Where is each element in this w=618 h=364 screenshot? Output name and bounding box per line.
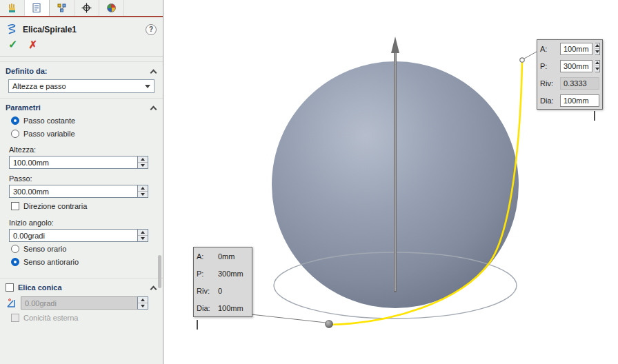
checkbox-elica-conica[interactable] [6, 283, 14, 292]
hand-icon [7, 3, 17, 13]
spin-down-icon[interactable] [141, 193, 145, 196]
manager-tab-bar [0, 0, 163, 17]
callout-spinner[interactable] [595, 43, 600, 55]
radio-icon[interactable] [11, 130, 19, 138]
callout-label: Dia: [540, 97, 557, 105]
passo-spinner[interactable] [137, 185, 148, 198]
inizio-angolo-input[interactable] [9, 229, 137, 242]
callout-height-field[interactable]: 100mm [560, 43, 592, 55]
property-sheet-icon [32, 3, 42, 13]
callout-right-collapse[interactable] [592, 112, 601, 119]
callout-value: 0.3333 [564, 79, 587, 88]
radio-icon[interactable] [11, 245, 19, 253]
taper-angle-row [6, 296, 163, 310]
radio-senso-antiorario[interactable]: Senso antiorario [0, 255, 163, 273]
callout-revolutions-value: 0.3333 [560, 77, 599, 90]
spin-down-icon [141, 305, 145, 307]
panel-scrollbar[interactable] [158, 255, 161, 288]
section-definito-da[interactable]: Definito da: [0, 61, 163, 77]
callout-right-leader [524, 52, 537, 59]
radio-passo-variabile[interactable]: Passo variabile [0, 127, 163, 140]
tab-display-manager[interactable] [99, 0, 124, 16]
spin-down-icon[interactable] [141, 164, 145, 167]
radio-label: Passo costante [23, 117, 75, 125]
spin-down-icon[interactable] [141, 237, 145, 240]
callout-row: P: 300mm [537, 57, 602, 74]
checkbox-icon[interactable] [11, 202, 19, 210]
radio-icon[interactable] [11, 258, 19, 266]
spin-up-icon[interactable] [141, 158, 145, 161]
helix-start-point[interactable] [326, 321, 333, 328]
callout-left-collapse[interactable] [195, 321, 203, 328]
solidworks-window: Elica/Spirale1 ? ✓ ✗ Definito da: Altezz… [0, 0, 618, 364]
radio-label: Senso orario [23, 245, 66, 253]
altezza-input[interactable] [9, 156, 137, 169]
callout-row: Riv: 0.3333 [537, 74, 602, 92]
passo-field-group [9, 185, 148, 198]
defined-by-combobox[interactable]: Altezza e passo [8, 79, 154, 93]
graphics-viewport[interactable]: A: 0mm P: 300mm Riv: 0 Dia: 100mm A: [163, 0, 618, 364]
section-parametri[interactable]: Parametri [0, 98, 163, 114]
callout-diameter-field[interactable]: 100mm [560, 94, 599, 107]
tab-feature-manager[interactable] [0, 0, 25, 16]
tab-configuration-manager[interactable] [50, 0, 74, 16]
chevron-up-icon[interactable] [150, 69, 157, 76]
callout-value: 100mm [564, 97, 589, 105]
radio-senso-orario[interactable]: Senso orario [0, 242, 163, 255]
inizio-angolo-spinner[interactable] [137, 229, 148, 242]
callout-value: 300mm [217, 270, 249, 278]
section-definito-label: Definito da: [6, 67, 48, 75]
inizio-angolo-field-group [9, 229, 148, 242]
callout-label: A: [540, 45, 557, 53]
callout-pitch-field[interactable]: 300mm [560, 60, 592, 72]
section-conica-label: Elica conica [18, 283, 62, 292]
callout-row: Dia: 100mm [537, 92, 602, 109]
spin-up-icon[interactable] [595, 61, 599, 64]
passo-label: Passo: [0, 169, 163, 185]
checkbox-direzione-contraria[interactable]: Direzione contraria [0, 198, 163, 213]
altezza-label: Altezza: [0, 140, 163, 156]
spin-down-icon[interactable] [595, 68, 599, 70]
spin-down-icon[interactable] [595, 50, 599, 53]
callout-end-values[interactable]: A: 100mm P: 300mm Ri [537, 39, 603, 110]
spin-up-icon[interactable] [141, 231, 145, 234]
radio-icon[interactable] [11, 117, 19, 125]
callout-value: 100mm [564, 45, 589, 53]
chevron-up-icon [594, 111, 595, 121]
callout-start-values[interactable]: A: 0mm P: 300mm Riv: 0 Dia: 100mm [193, 247, 252, 317]
tab-dimxpert[interactable] [74, 0, 99, 16]
crosshair-icon [81, 3, 92, 13]
tab-property-manager[interactable] [25, 0, 50, 16]
confirm-button[interactable]: ✓ [8, 39, 17, 50]
callout-label: Riv: [197, 287, 214, 295]
callout-value: 100mm [217, 304, 249, 312]
helix-end-point[interactable] [520, 58, 524, 62]
callout-row: Dia: 100mm [194, 299, 252, 316]
help-icon[interactable]: ? [146, 24, 157, 35]
chevron-up-icon [197, 320, 198, 330]
callout-spinner[interactable] [595, 60, 600, 72]
altezza-field-group [9, 156, 148, 169]
section-parametri-label: Parametri [6, 103, 41, 112]
callout-value: 300mm [564, 62, 589, 70]
radio-label: Senso antiorario [23, 258, 79, 266]
spin-up-icon[interactable] [141, 187, 145, 190]
cancel-button[interactable]: ✗ [28, 39, 37, 50]
property-manager-panel: Elica/Spirale1 ? ✓ ✗ Definito da: Altezz… [0, 0, 163, 364]
chevron-up-icon[interactable] [150, 105, 157, 112]
radio-passo-costante[interactable]: Passo costante [0, 114, 163, 127]
axis-arrow-icon [391, 37, 399, 53]
callout-left-leader [251, 314, 326, 323]
spin-up-icon[interactable] [595, 44, 599, 47]
callout-row: A: 0mm [194, 247, 252, 265]
callout-label: Dia: [197, 304, 214, 312]
passo-input[interactable] [9, 185, 137, 198]
altezza-spinner[interactable] [137, 156, 148, 169]
callout-value: 0 [217, 287, 249, 295]
section-elica-conica[interactable]: Elica conica [0, 278, 163, 294]
callout-row: P: 300mm [194, 265, 252, 282]
chevron-up-icon[interactable] [150, 285, 157, 292]
page-title: Elica/Spirale1 [23, 25, 77, 34]
taper-angle-input [21, 296, 137, 310]
chevron-down-icon [145, 85, 150, 88]
